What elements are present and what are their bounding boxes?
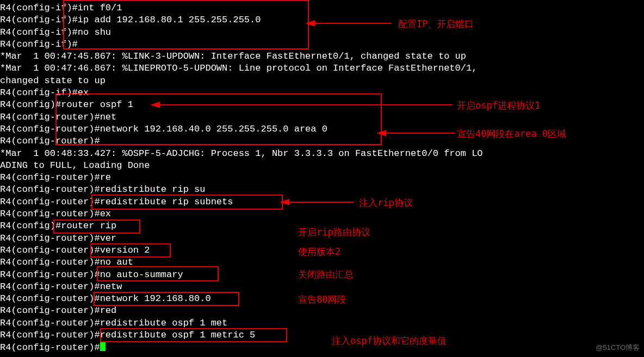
terminal-line: R4(config-router)# xyxy=(0,341,644,354)
terminal-line: ADING to FULL, Loading Done xyxy=(0,160,644,172)
terminal-line: *Mar 1 00:47:45.867: %LINK-3-UPDOWN: Int… xyxy=(0,51,644,62)
terminal-line: R4(config-router)#redistribute ospf 1 me… xyxy=(0,329,644,341)
terminal-line: R4(config-router)#redistribute rip subne… xyxy=(0,196,644,208)
terminal-line: R4(config-router)#re xyxy=(0,172,644,184)
terminal-line: R4(config-if)# xyxy=(0,39,644,51)
terminal-line: R4(config-if)#ex xyxy=(0,87,644,99)
terminal-line: R4(config-if)#ip add 192.168.80.1 255.25… xyxy=(0,14,644,26)
annotation-inject-rip: 注入rip协议 xyxy=(359,197,413,209)
terminal-line: R4(config-router)#redistribute rip su xyxy=(0,184,644,196)
terminal-line: R4(config-router)#net xyxy=(0,111,644,123)
terminal-line: R4(config-router)#no aut xyxy=(0,256,644,268)
annotation-version2: 使用版本2 xyxy=(298,246,340,258)
terminal-line: R4(config-router)#redistribute ospf 1 me… xyxy=(0,317,644,329)
annotation-rip-protocol: 开启rip路由协议 xyxy=(298,226,370,238)
terminal-line: R4(config-if)#no shu xyxy=(0,27,644,39)
terminal-line: R4(config-router)#red xyxy=(0,305,644,317)
watermark: @51CTO博客 xyxy=(596,342,640,354)
terminal-line: *Mar 1 00:48:33.427: %OSPF-5-ADJCHG: Pro… xyxy=(0,148,644,160)
annotation-ip-config: 配置IP、开启端口 xyxy=(398,18,474,30)
terminal-line: *Mar 1 00:47:46.867: %LINEPROTO-5-UPDOWN… xyxy=(0,62,644,74)
terminal-line: R4(config-if)#int f0/1 xyxy=(0,2,644,14)
annotation-ospf-process: 开启ospf进程协议1 xyxy=(457,99,540,111)
annotation-no-auto-summary: 关闭路由汇总 xyxy=(298,268,354,280)
terminal-line: R4(config-router)#ex xyxy=(0,208,644,220)
terminal-line: R4(config-router)#netw xyxy=(0,281,644,293)
terminal-line: R4(config)#router ospf 1 xyxy=(0,99,644,111)
annotation-network-80: 宣告80网段 xyxy=(298,293,346,305)
annotation-inject-ospf: 注入ospf协议和它的度量值 xyxy=(332,335,447,347)
annotation-area0: 宣告40网段在area 0区域 xyxy=(457,128,566,140)
terminal-line: changed state to up xyxy=(0,75,644,87)
cursor xyxy=(100,341,106,351)
